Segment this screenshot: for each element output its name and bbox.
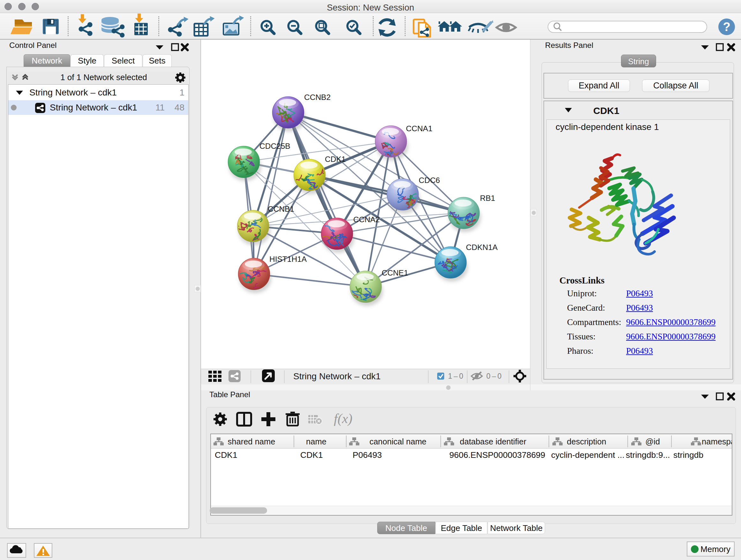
svg-text:CCNB1: CCNB1 bbox=[268, 205, 294, 213]
svg-text:shared name: shared name bbox=[228, 437, 275, 446]
svg-text:canonical name: canonical name bbox=[369, 437, 427, 446]
svg-text:CDC6: CDC6 bbox=[419, 176, 440, 185]
svg-text:f(x): f(x) bbox=[334, 411, 352, 426]
svg-text:namespace: namespace bbox=[702, 437, 732, 446]
svg-text:String Network – cdk1: String Network – cdk1 bbox=[29, 87, 117, 98]
svg-text:HIST1H1A: HIST1H1A bbox=[269, 255, 307, 263]
svg-text:1 – 0: 1 – 0 bbox=[448, 372, 463, 380]
svg-text:CCNE1: CCNE1 bbox=[382, 268, 408, 277]
svg-text:0 – 0: 0 – 0 bbox=[486, 372, 502, 380]
svg-text:11: 11 bbox=[155, 103, 165, 112]
svg-text:CCNB2: CCNB2 bbox=[304, 93, 331, 102]
svg-text:?: ? bbox=[723, 20, 730, 34]
svg-text:String Network – cdk1: String Network – cdk1 bbox=[293, 371, 381, 381]
svg-text:CDKN1A: CDKN1A bbox=[466, 243, 498, 252]
svg-text:name: name bbox=[306, 437, 327, 446]
svg-text:description: description bbox=[567, 437, 606, 446]
svg-text:CCNA1: CCNA1 bbox=[406, 124, 432, 133]
svg-text:database identifier: database identifier bbox=[460, 437, 527, 446]
svg-text:String Network – cdk1: String Network – cdk1 bbox=[50, 103, 137, 112]
svg-text:RB1: RB1 bbox=[480, 194, 495, 202]
svg-text:1: 1 bbox=[179, 87, 185, 98]
svg-text:48: 48 bbox=[175, 103, 185, 112]
svg-text:CCNA2: CCNA2 bbox=[353, 215, 380, 224]
svg-text:CDK1: CDK1 bbox=[325, 155, 346, 164]
svg-text:@id: @id bbox=[645, 437, 660, 446]
svg-text:CDC25B: CDC25B bbox=[259, 142, 290, 150]
svg-text:1 of 1 Network selected: 1 of 1 Network selected bbox=[60, 72, 147, 82]
